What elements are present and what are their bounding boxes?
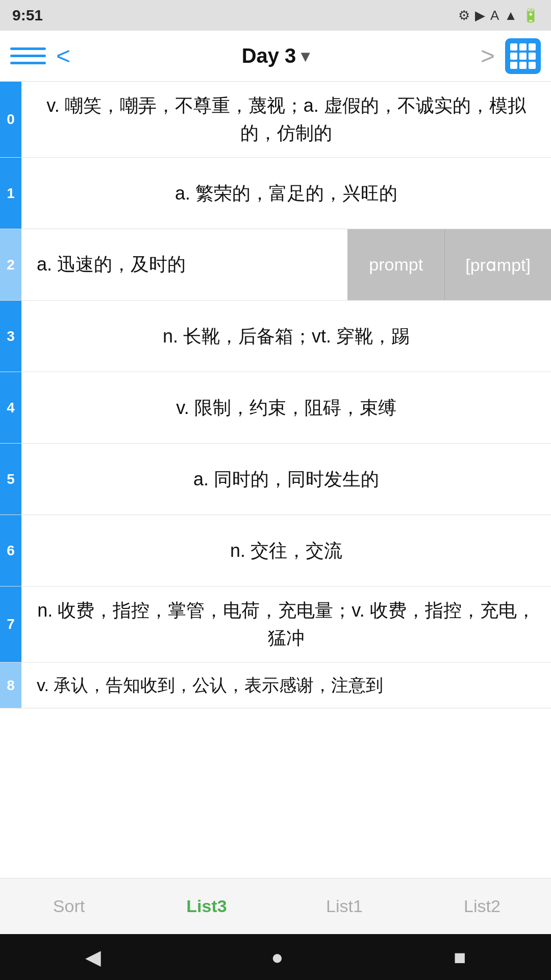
status-time: 9:51: [12, 7, 43, 24]
forward-button[interactable]: >: [470, 44, 505, 68]
android-nav-bar: ◀ ● ■: [0, 934, 551, 980]
word-row-partial[interactable]: 8 v. 承认，告知收到，公认，表示感谢，注意到: [0, 663, 551, 708]
word-definition: v. 限制，约束，阻碍，束缚: [21, 372, 551, 443]
word-row[interactable]: 7 n. 收费，指控，掌管，电荷，充电量；v. 收费，指控，充电，猛冲: [0, 586, 551, 663]
font-icon: A: [490, 8, 499, 23]
android-back-button[interactable]: ◀: [85, 945, 101, 969]
android-home-button[interactable]: ●: [271, 946, 283, 969]
word-popup[interactable]: prompt [prɑmpt]: [347, 229, 551, 300]
tab-sort[interactable]: Sort: [0, 878, 138, 934]
back-button[interactable]: <: [46, 44, 81, 68]
word-definition: a. 繁荣的，富足的，兴旺的: [21, 158, 551, 229]
tab-list1[interactable]: List1: [276, 878, 413, 934]
word-index: 3: [0, 301, 21, 372]
word-index: 8: [0, 663, 21, 708]
word-definition: n. 交往，交流: [21, 515, 551, 586]
menu-button[interactable]: [10, 47, 46, 64]
word-definition: v. 嘲笑，嘲弄，不尊重，蔑视；a. 虚假的，不诚实的，模拟的，仿制的: [21, 82, 551, 157]
word-row[interactable]: 6 n. 交往，交流: [0, 515, 551, 586]
word-row[interactable]: 0 v. 嘲笑，嘲弄，不尊重，蔑视；a. 虚假的，不诚实的，模拟的，仿制的: [0, 82, 551, 158]
popup-phonetic[interactable]: [prɑmpt]: [444, 229, 551, 300]
word-list: 0 v. 嘲笑，嘲弄，不尊重，蔑视；a. 虚假的，不诚实的，模拟的，仿制的 1 …: [0, 82, 551, 878]
word-index: 0: [0, 82, 21, 157]
word-definition: n. 长靴，后备箱；vt. 穿靴，踢: [21, 301, 551, 372]
word-definition: n. 收费，指控，掌管，电荷，充电量；v. 收费，指控，充电，猛冲: [21, 586, 551, 662]
tab-bar: Sort List3 List1 List2: [0, 878, 551, 934]
word-index: 7: [0, 586, 21, 662]
word-row-with-popup[interactable]: 2 a. 迅速的，及时的 prompt [prɑmpt]: [0, 229, 551, 301]
status-bar: 9:51 ⚙ ▶ A ▲ 🔋: [0, 0, 551, 31]
word-row[interactable]: 5 a. 同时的，同时发生的: [0, 444, 551, 515]
grid-view-button[interactable]: [505, 38, 541, 74]
word-index: 5: [0, 444, 21, 514]
word-index: 1: [0, 158, 21, 229]
word-row[interactable]: 1 a. 繁荣的，富足的，兴旺的: [0, 158, 551, 229]
play-icon: ▶: [475, 8, 485, 23]
word-definition: v. 承认，告知收到，公认，表示感谢，注意到: [21, 663, 551, 708]
android-recent-button[interactable]: ■: [454, 946, 466, 969]
nav-title[interactable]: Day 3 ▾: [81, 44, 470, 67]
word-row[interactable]: 3 n. 长靴，后备箱；vt. 穿靴，踢: [0, 301, 551, 372]
word-definition: a. 同时的，同时发生的: [21, 444, 551, 514]
grid-icon: [510, 43, 536, 69]
word-index: 6: [0, 515, 21, 586]
day-label: Day 3: [242, 44, 296, 67]
tab-list3[interactable]: List3: [138, 878, 276, 934]
battery-icon: 🔋: [522, 8, 539, 23]
tab-list2[interactable]: List2: [413, 878, 551, 934]
nav-bar: < Day 3 ▾ >: [0, 31, 551, 82]
word-definition-partial: a. 迅速的，及时的: [21, 229, 347, 300]
settings-icon: ⚙: [458, 8, 470, 23]
popup-word[interactable]: prompt: [347, 229, 444, 300]
word-index: 2: [0, 229, 21, 300]
status-icons: ⚙ ▶ A ▲ 🔋: [458, 8, 539, 23]
word-row[interactable]: 4 v. 限制，约束，阻碍，束缚: [0, 372, 551, 444]
chevron-down-icon: ▾: [301, 46, 309, 66]
word-index: 4: [0, 372, 21, 443]
signal-icon: ▲: [504, 8, 517, 23]
